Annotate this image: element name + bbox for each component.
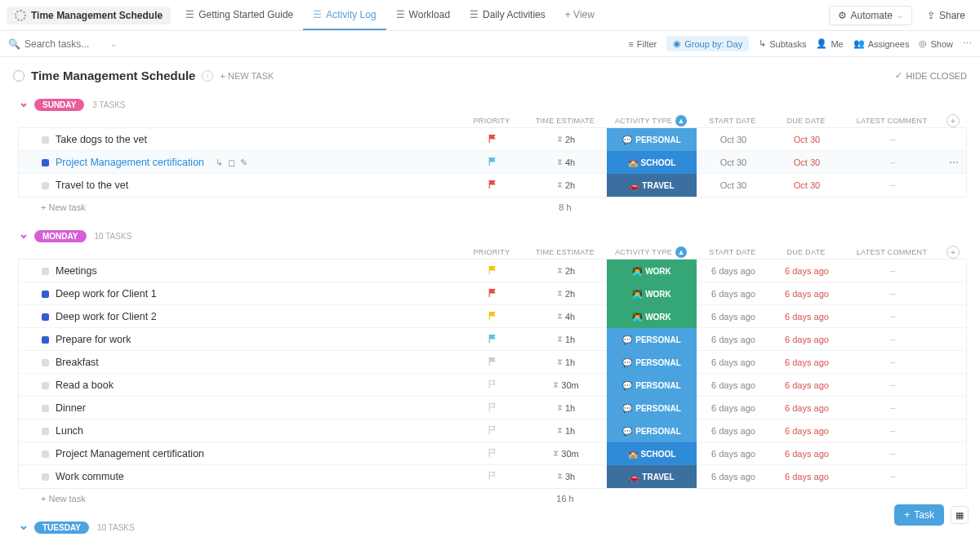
status-square[interactable] [42,428,49,435]
task-name-cell[interactable]: Breakfast [19,357,460,368]
task-name-cell[interactable]: Travel to the vet [19,180,460,191]
col-start-date[interactable]: START DATE [696,248,769,256]
task-row[interactable]: Dinner⧗1h💬PERSONAL6 days ago6 days ago– [19,397,966,419]
task-row[interactable]: Work commute⧗3h🚗TRAVEL6 days ago6 days a… [19,465,966,488]
priority-cell[interactable] [460,357,525,369]
priority-cell[interactable] [460,157,525,169]
task-name-cell[interactable]: Read a book [19,379,460,391]
time-estimate-cell[interactable]: ⧗3h [525,472,607,482]
group-new-task-button[interactable]: + New task [18,202,459,212]
task-row[interactable]: Project Management certification⧗30m🏫SCH… [19,442,966,465]
time-estimate-cell[interactable]: ⧗4h [525,312,607,322]
start-date-cell[interactable]: 6 days ago [697,335,770,344]
start-date-cell[interactable]: 6 days ago [697,472,770,482]
due-date-cell[interactable]: 6 days ago [770,357,844,367]
new-task-fab[interactable]: + Task [894,504,944,526]
latest-comment-cell[interactable]: – [844,402,942,414]
start-date-cell[interactable]: 6 days ago [697,426,770,436]
activity-type-cell[interactable]: 💬PERSONAL [607,419,697,442]
time-estimate-cell[interactable]: ⧗30m [525,449,607,459]
col-latest-comment[interactable]: LATEST COMMENT [843,117,941,125]
priority-cell[interactable] [460,311,525,323]
time-estimate-cell[interactable]: ⧗30m [525,380,607,390]
time-estimate-cell[interactable]: ⧗1h [525,335,607,344]
latest-comment-cell[interactable]: – [844,357,942,368]
col-activity-type[interactable]: ACTIVITY TYPE▲ [606,246,696,258]
edit-icon[interactable]: ✎ [240,158,247,168]
latest-comment-cell[interactable]: – [844,379,942,391]
due-date-cell[interactable]: Oct 30 [770,135,844,144]
due-date-cell[interactable]: 6 days ago [770,403,844,413]
task-row[interactable]: Prepare for work⧗1h💬PERSONAL6 days ago6 … [19,328,966,351]
task-row[interactable]: Travel to the vet⧗2h🚗TRAVELOct 30Oct 30– [19,174,966,197]
task-row[interactable]: Lunch⧗1h💬PERSONAL6 days ago6 days ago– [19,419,966,442]
task-row[interactable]: Breakfast⧗1h💬PERSONAL6 days ago6 days ag… [19,351,966,374]
start-date-cell[interactable]: 6 days ago [697,449,770,459]
start-date-cell[interactable]: 6 days ago [697,289,770,299]
col-activity-type[interactable]: ACTIVITY TYPE▲ [606,115,696,126]
activity-type-cell[interactable]: 💬PERSONAL [607,128,697,151]
start-date-cell[interactable]: 6 days ago [697,312,770,322]
due-date-cell[interactable]: 6 days ago [770,266,844,276]
latest-comment-cell[interactable]: – [844,288,942,300]
col-due-date[interactable]: DUE DATE [769,117,843,125]
priority-cell[interactable] [460,288,525,300]
status-square[interactable] [42,291,49,298]
latest-comment-cell[interactable]: – [844,448,942,459]
row-more-button[interactable]: ⋯ [942,157,966,168]
activity-type-cell[interactable]: 👨‍💻WORK [607,260,697,282]
share-button[interactable]: ⇪ Share [919,7,973,24]
col-priority[interactable]: PRIORITY [459,248,524,256]
activity-type-cell[interactable]: 👨‍💻WORK [607,305,697,328]
task-name-cell[interactable]: Meetings [19,265,460,277]
tag-icon[interactable]: ◻ [228,158,235,168]
status-square[interactable] [42,182,49,189]
latest-comment-cell[interactable]: – [844,334,942,345]
list-status-icon[interactable] [13,70,24,82]
collapse-toggle[interactable] [18,100,29,111]
chevron-down-icon[interactable]: ⌄ [110,39,117,48]
activity-type-cell[interactable]: 🏫SCHOOL [607,442,697,465]
priority-cell[interactable] [460,402,525,415]
search-input[interactable] [24,38,106,50]
hide-closed-button[interactable]: ✓ HIDE CLOSED [895,70,967,81]
start-date-cell[interactable]: 6 days ago [697,266,770,276]
priority-cell[interactable] [460,425,525,437]
time-estimate-cell[interactable]: ⧗2h [525,266,607,276]
priority-cell[interactable] [460,265,525,277]
add-column-button[interactable]: + [947,246,960,259]
latest-comment-cell[interactable]: – [844,157,942,168]
info-icon[interactable]: i [202,70,213,82]
priority-cell[interactable] [460,471,525,483]
due-date-cell[interactable]: 6 days ago [770,312,844,322]
col-start-date[interactable]: START DATE [696,117,769,125]
task-row[interactable]: Read a book⧗30m💬PERSONAL6 days ago6 days… [19,374,966,397]
due-date-cell[interactable]: 6 days ago [770,335,844,344]
group-label[interactable]: SUNDAY [34,99,84,111]
col-time-estimate[interactable]: TIME ESTIMATE [524,117,606,125]
task-name-cell[interactable]: Project Management certification [19,448,460,459]
start-date-cell[interactable]: 6 days ago [697,380,770,390]
due-date-cell[interactable]: 6 days ago [770,380,844,390]
group-label[interactable]: TUESDAY [34,521,89,534]
add-view-button[interactable]: + View [555,0,604,30]
status-square[interactable] [42,136,49,144]
assignees-button[interactable]: 👥Assignees [853,38,910,49]
col-latest-comment[interactable]: LATEST COMMENT [843,248,941,256]
priority-cell[interactable] [460,379,525,392]
task-name-cell[interactable]: Prepare for work [19,334,460,345]
collapse-toggle[interactable] [18,522,29,534]
task-row[interactable]: Deep work for Client 2⧗4h👨‍💻WORK6 days a… [19,305,966,328]
apps-fab[interactable]: ▦ [951,506,969,524]
view-tab-daily-activities[interactable]: ☰Daily Activities [460,0,555,30]
status-square[interactable] [42,382,49,389]
start-date-cell[interactable]: Oct 30 [697,135,770,144]
latest-comment-cell[interactable]: – [844,311,942,322]
status-square[interactable] [42,405,49,412]
time-estimate-cell[interactable]: ⧗4h [525,158,607,167]
due-date-cell[interactable]: 6 days ago [770,289,844,299]
group-label[interactable]: MONDAY [34,230,87,242]
due-date-cell[interactable]: 6 days ago [770,426,844,436]
due-date-cell[interactable]: Oct 30 [770,158,844,167]
group-new-task-button[interactable]: + New task [18,494,459,504]
